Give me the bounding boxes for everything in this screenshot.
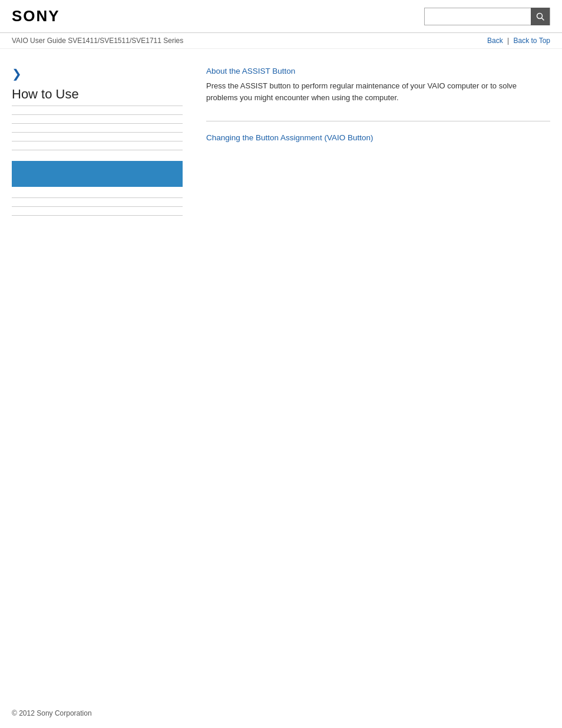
search-box bbox=[424, 8, 550, 25]
assist-button-desc: Press the ASSIST button to perform regul… bbox=[206, 80, 550, 103]
svg-line-1 bbox=[542, 18, 544, 20]
sidebar-highlight[interactable] bbox=[12, 161, 183, 187]
chevron-icon: ❯ bbox=[12, 67, 183, 81]
nav-links: Back | Back to Top bbox=[487, 37, 550, 45]
assist-button-link[interactable]: About the ASSIST Button bbox=[206, 67, 295, 75]
search-icon bbox=[536, 12, 544, 21]
sidebar-divider-3 bbox=[12, 132, 183, 133]
sidebar-divider-4 bbox=[12, 141, 183, 141]
page-number: 69 bbox=[0, 723, 562, 728]
sidebar: ❯ How to Use bbox=[12, 61, 194, 697]
guide-title: VAIO User Guide SVE1411/SVE1511/SVE1711 … bbox=[12, 37, 183, 45]
button-assignment-link[interactable]: Changing the Button Assignment (VAIO But… bbox=[206, 133, 373, 142]
copyright-text: © 2012 Sony Corporation bbox=[12, 709, 92, 717]
main-content: About the ASSIST Button Press the ASSIST… bbox=[194, 61, 550, 697]
sidebar-divider-1 bbox=[12, 114, 183, 115]
back-to-top-link[interactable]: Back to Top bbox=[514, 37, 550, 45]
article-assist-button: About the ASSIST Button Press the ASSIST… bbox=[206, 67, 550, 103]
sidebar-divider-5 bbox=[12, 150, 183, 150]
search-button[interactable] bbox=[531, 8, 550, 25]
sony-logo: SONY bbox=[12, 7, 60, 25]
section-title: How to Use bbox=[12, 87, 183, 106]
sidebar-divider-6 bbox=[12, 197, 183, 198]
sidebar-divider-2 bbox=[12, 123, 183, 124]
sidebar-divider-8 bbox=[12, 215, 183, 216]
article-button-assignment: Changing the Button Assignment (VAIO But… bbox=[206, 133, 550, 142]
article-divider bbox=[206, 121, 550, 121]
content-wrapper: ❯ How to Use About the ASSIST Button Pre… bbox=[0, 49, 562, 697]
search-input[interactable] bbox=[425, 8, 531, 25]
nav-separator: | bbox=[507, 37, 511, 45]
footer: © 2012 Sony Corporation bbox=[0, 697, 562, 723]
header: SONY bbox=[0, 0, 562, 33]
subheader: VAIO User Guide SVE1411/SVE1511/SVE1711 … bbox=[0, 33, 562, 49]
back-link[interactable]: Back bbox=[487, 37, 503, 45]
sidebar-divider-7 bbox=[12, 206, 183, 207]
